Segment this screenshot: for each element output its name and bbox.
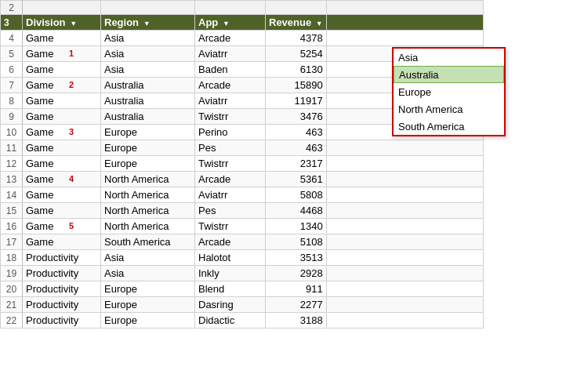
row-num: 18 (1, 250, 23, 266)
cell-division: Productivity (23, 250, 101, 266)
cell-revenue: 911 (266, 281, 327, 297)
cell-app: Didactic (195, 313, 266, 328)
cell-empty (326, 156, 483, 172)
cell-empty (326, 31, 483, 46)
cell-region: Asia (101, 62, 195, 78)
cell-app (195, 1, 266, 15)
cell-reg (101, 1, 195, 15)
annotation-4: 4 (69, 174, 74, 183)
cell-revenue: 4378 (266, 31, 327, 46)
cell-app: Aviatrr (195, 46, 266, 62)
cell-revenue: 5808 (266, 187, 327, 203)
cell-app: Arcade (195, 172, 266, 187)
cell-revenue: 2928 (266, 266, 327, 281)
cell-app: Twistrr (195, 219, 266, 234)
cell-revenue: 3513 (266, 250, 327, 266)
cell-region: Europe (101, 297, 195, 313)
row-num: 12 (1, 156, 23, 172)
cell-division: Game (23, 46, 101, 62)
cell-region: Europe (101, 281, 195, 297)
row-num: 10 (1, 125, 23, 140)
row-num: 22 (1, 313, 23, 328)
cell-revenue: 3476 (266, 109, 327, 125)
annotation-5: 5 (69, 221, 74, 230)
cell-division: Game (23, 62, 101, 78)
row-num: 5 (1, 46, 23, 62)
cell-app: Dasring (195, 297, 266, 313)
cell-region: North America (101, 219, 195, 234)
cell-division: Game (23, 234, 101, 250)
cell-division: Game (23, 156, 101, 172)
row-num: 3 (1, 15, 23, 31)
dropdown-item-asia[interactable]: Asia (394, 49, 504, 66)
cell-region: Asia (101, 46, 195, 62)
cell-division: Game (23, 140, 101, 156)
cell-division: Productivity (23, 297, 101, 313)
cell-revenue: 2277 (266, 297, 327, 313)
row-num: 9 (1, 109, 23, 125)
dropdown-item-north-america[interactable]: North America (394, 100, 504, 118)
spreadsheet: 2 3 Division ▼ Region ▼ App ▼ Revenue ▼ … (0, 0, 566, 392)
row-num: 21 (1, 297, 23, 313)
row-num: 19 (1, 266, 23, 281)
row-num: 6 (1, 62, 23, 78)
cell-app: Arcade (195, 78, 266, 93)
cell-region: Europe (101, 125, 195, 140)
cell-region: North America (101, 187, 195, 203)
annotation-3: 3 (69, 127, 74, 136)
row-num: 7 (1, 78, 23, 93)
dropdown-item-australia[interactable]: Australia (394, 66, 504, 83)
cell-region: North America (101, 203, 195, 219)
cell-empty (326, 140, 483, 156)
cell-app: Baden (195, 62, 266, 78)
header-app[interactable]: App ▼ (195, 15, 266, 31)
cell-app: Aviatrr (195, 187, 266, 203)
annotation-2: 2 (69, 80, 74, 89)
cell-revenue: 463 (266, 140, 327, 156)
cell-empty (326, 219, 483, 234)
cell-revenue: 15890 (266, 78, 327, 93)
cell-app: Inkly (195, 266, 266, 281)
row-num: 14 (1, 187, 23, 203)
cell-app: Arcade (195, 31, 266, 46)
cell-division: Game (23, 125, 101, 140)
cell-empty (326, 187, 483, 203)
cell-division: Game (23, 78, 101, 93)
cell-division: Game (23, 31, 101, 46)
header-empty (326, 15, 483, 31)
cell-division: Productivity (23, 266, 101, 281)
cell-revenue: 2317 (266, 156, 327, 172)
cell-region: Asia (101, 31, 195, 46)
cell-app: Perino (195, 125, 266, 140)
cell-div (23, 1, 101, 15)
cell-empty (326, 234, 483, 250)
cell-division: Game (23, 219, 101, 234)
cell-division: Game (23, 109, 101, 125)
row-num: 13 (1, 172, 23, 187)
header-revenue[interactable]: Revenue ▼ (266, 15, 327, 31)
cell-division: Productivity (23, 281, 101, 297)
dropdown-item-europe[interactable]: Europe (394, 83, 504, 100)
cell-region: Australia (101, 93, 195, 109)
cell-region: Australia (101, 109, 195, 125)
cell-revenue: 463 (266, 125, 327, 140)
cell-region: Europe (101, 156, 195, 172)
cell-app: Blend (195, 281, 266, 297)
cell-empty (326, 266, 483, 281)
cell-division: Productivity (23, 313, 101, 328)
cell-revenue: 5254 (266, 46, 327, 62)
header-division[interactable]: Division ▼ (23, 15, 101, 31)
cell-revenue: 4468 (266, 203, 327, 219)
cell-region: Asia (101, 250, 195, 266)
header-region[interactable]: Region ▼ (101, 15, 195, 31)
cell-app: Twistrr (195, 156, 266, 172)
cell-empty (326, 297, 483, 313)
cell-app: Twistrr (195, 109, 266, 125)
dropdown-item-south-america[interactable]: South America (394, 118, 504, 135)
cell-revenue: 1340 (266, 219, 327, 234)
cell-division: Game (23, 93, 101, 109)
region-dropdown[interactable]: AsiaAustraliaEuropeNorth AmericaSouth Am… (392, 47, 506, 136)
cell-rev (266, 1, 327, 15)
cell-revenue: 6130 (266, 62, 327, 78)
cell-empty (326, 313, 483, 328)
